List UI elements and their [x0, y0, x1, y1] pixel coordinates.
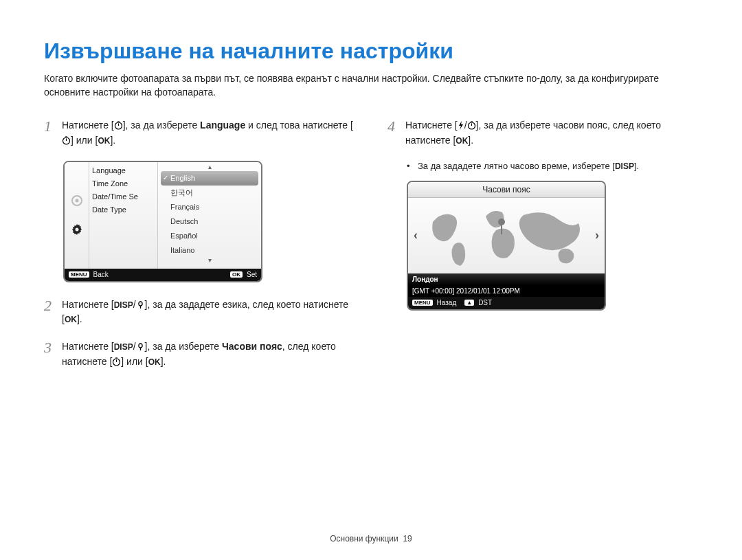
timer-icon [62, 136, 71, 145]
dst-label: DST [478, 299, 492, 306]
scroll-up-icon[interactable]: ▴ [161, 164, 258, 171]
page-title: Извършване на началните настройки [44, 38, 698, 64]
gear-dark-icon [71, 223, 83, 236]
left-column: 1 Натиснете [], за да изберете Language … [44, 118, 355, 381]
ok-icon: OK [98, 136, 110, 146]
svg-point-15 [498, 219, 505, 225]
language-screen: Language Time Zone Date/Time Se Date Typ… [63, 161, 262, 282]
intro-text: Когато включите фотоапарата за първи път… [44, 72, 698, 99]
language-option[interactable]: Italiano [161, 243, 258, 258]
step-number: 2 [44, 298, 62, 327]
timer-icon [112, 357, 121, 366]
disp-icon: DISP [114, 342, 133, 352]
svg-point-7 [75, 199, 78, 203]
scroll-down-icon[interactable]: ▾ [161, 258, 258, 265]
sidebar-icons [65, 162, 89, 269]
macro-icon [136, 300, 145, 309]
chevron-left-icon[interactable]: ‹ [414, 228, 418, 243]
step-4: 4 Натиснете [/], за да изберете часови п… [387, 118, 698, 148]
gear-light-icon [71, 194, 83, 207]
timer-icon [114, 121, 123, 130]
disp-icon: DISP [114, 300, 133, 310]
world-map: ‹ › [408, 198, 605, 273]
step-text: Натиснете [DISP/], за да изберете Часови… [62, 339, 355, 369]
step-text: Натиснете [], за да изберете Language и … [62, 118, 355, 148]
language-option-selected[interactable]: English [161, 171, 258, 186]
ok-tag: OK [230, 271, 243, 278]
gmt-text: [GMT +00:00] 2012/01/01 12:00PM [412, 287, 520, 295]
menu-tag: MENU [69, 271, 89, 278]
step-text: Натиснете [/], за да изберете часови поя… [405, 118, 698, 148]
set-label: Set [247, 271, 257, 278]
language-option[interactable]: Deutsch [161, 214, 258, 229]
gmt-bar: [GMT +00:00] 2012/01/01 12:00PM [408, 285, 605, 297]
location-bar: Лондон [408, 273, 605, 285]
step-1: 1 Натиснете [], за да изберете Language … [44, 118, 355, 148]
step-4-note: • За да зададете лятно часово време, изб… [407, 161, 698, 171]
right-column: 4 Натиснете [/], за да изберете часови п… [387, 118, 698, 381]
settings-menu: Language Time Zone Date/Time Se Date Typ… [89, 162, 158, 269]
screen-footer: MENU Back OK Set [65, 269, 261, 281]
chevron-right-icon[interactable]: › [595, 228, 599, 243]
content-columns: 1 Натиснете [], за да изберете Language … [44, 118, 698, 381]
step-number: 4 [387, 118, 405, 148]
language-option[interactable]: Español [161, 229, 258, 243]
macro-icon [136, 342, 145, 351]
step-number: 1 [44, 118, 62, 148]
timezone-screen: Часови пояс ‹ [407, 181, 606, 311]
menu-item[interactable]: Language [92, 166, 155, 175]
step-number: 3 [44, 339, 62, 369]
ok-icon: OK [65, 315, 77, 324]
menu-tag: MENU [412, 300, 433, 306]
timer-icon [467, 121, 476, 130]
ok-icon: OK [148, 357, 161, 367]
ok-icon: OK [456, 136, 468, 146]
step-text: Натиснете [DISP/], за да зададете езика,… [62, 298, 355, 327]
menu-item[interactable]: Time Zone [92, 179, 155, 188]
world-map-graphic [408, 198, 605, 273]
step-3: 3 Натиснете [DISP/], за да изберете Часо… [44, 339, 355, 369]
step-2: 2 Натиснете [DISP/], за да зададете език… [44, 298, 355, 327]
disp-icon: DISP [615, 161, 634, 171]
menu-item[interactable]: Date/Time Se [92, 192, 155, 201]
screen-footer: MENU Назад ▲ DST [408, 297, 605, 309]
up-arrow-tag: ▲ [464, 300, 474, 306]
back-label: Назад [437, 299, 457, 306]
svg-point-8 [75, 228, 78, 232]
language-option[interactable]: 한국어 [161, 186, 258, 200]
back-label: Back [93, 271, 109, 278]
page-footer: Основни функции 19 [0, 534, 742, 544]
flash-icon [458, 121, 464, 130]
menu-item[interactable]: Date Type [92, 205, 155, 214]
timezone-title: Часови пояс [408, 182, 605, 198]
location-name: Лондон [412, 276, 438, 283]
language-list: ▴ English 한국어 Français Deutsch Español I… [158, 162, 261, 269]
language-option[interactable]: Français [161, 200, 258, 214]
